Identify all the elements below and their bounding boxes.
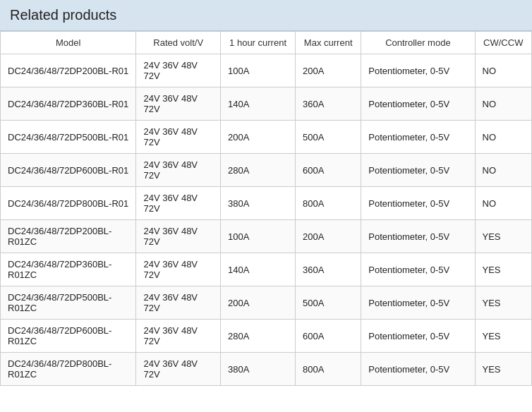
cell-cw-ccw: NO [475, 87, 531, 121]
table-row: DC24/36/48/72DP800BL-R0124V 36V 48V 72V3… [1, 187, 532, 220]
cell-controller-mode: Potentiometer, 0-5V [361, 353, 475, 386]
cell-max-current: 200A [296, 54, 361, 87]
table-row: DC24/36/48/72DP200BL-R01ZC24V 36V 48V 72… [1, 220, 532, 253]
cell-volt: 24V 36V 48V 72V [136, 187, 221, 220]
cell-controller-mode: Potentiometer, 0-5V [361, 220, 475, 253]
cell-max-current: 500A [296, 286, 361, 320]
cell-volt: 24V 36V 48V 72V [136, 253, 221, 286]
cell-model: DC24/36/48/72DP500BL-R01ZC [1, 286, 136, 320]
cell-model: DC24/36/48/72DP600BL-R01 [1, 154, 136, 187]
col-header-max: Max current [296, 32, 361, 54]
cell-controller-mode: Potentiometer, 0-5V [361, 187, 475, 220]
cell-model: DC24/36/48/72DP200BL-R01 [1, 54, 136, 87]
cell-model: DC24/36/48/72DP360BL-R01ZC [1, 253, 136, 286]
cell-max-current: 360A [296, 87, 361, 121]
cell-max-current: 800A [296, 353, 361, 386]
cell-model: DC24/36/48/72DP600BL-R01ZC [1, 320, 136, 353]
cell-model: DC24/36/48/72DP800BL-R01ZC [1, 353, 136, 386]
cell-controller-mode: Potentiometer, 0-5V [361, 87, 475, 121]
col-header-volt: Rated volt/V [136, 32, 221, 54]
cell-model: DC24/36/48/72DP500BL-R01 [1, 121, 136, 154]
table-row: DC24/36/48/72DP500BL-R01ZC24V 36V 48V 72… [1, 286, 532, 320]
table-row: DC24/36/48/72DP600BL-R0124V 36V 48V 72V2… [1, 154, 532, 187]
cell-cw-ccw: YES [475, 320, 531, 353]
section-header: Related products [0, 0, 532, 31]
cell-1h-current: 380A [221, 353, 296, 386]
cell-cw-ccw: YES [475, 220, 531, 253]
col-header-model: Model [1, 32, 136, 54]
cell-model: DC24/36/48/72DP800BL-R01 [1, 187, 136, 220]
cell-volt: 24V 36V 48V 72V [136, 286, 221, 320]
cell-cw-ccw: YES [475, 353, 531, 386]
cell-1h-current: 380A [221, 187, 296, 220]
cell-volt: 24V 36V 48V 72V [136, 121, 221, 154]
cell-controller-mode: Potentiometer, 0-5V [361, 286, 475, 320]
col-header-ctrl: Controller mode [361, 32, 475, 54]
table-wrapper: Model Rated volt/V 1 hour current Max cu… [0, 31, 532, 386]
page-container: Related products Model Rated volt/V 1 ho… [0, 0, 532, 386]
table-row: DC24/36/48/72DP360BL-R0124V 36V 48V 72V1… [1, 87, 532, 121]
cell-max-current: 800A [296, 187, 361, 220]
cell-volt: 24V 36V 48V 72V [136, 220, 221, 253]
cell-controller-mode: Potentiometer, 0-5V [361, 121, 475, 154]
cell-cw-ccw: NO [475, 154, 531, 187]
cell-model: DC24/36/48/72DP200BL-R01ZC [1, 220, 136, 253]
cell-cw-ccw: YES [475, 253, 531, 286]
cell-volt: 24V 36V 48V 72V [136, 320, 221, 353]
cell-cw-ccw: NO [475, 187, 531, 220]
cell-cw-ccw: NO [475, 54, 531, 87]
cell-controller-mode: Potentiometer, 0-5V [361, 253, 475, 286]
cell-max-current: 500A [296, 121, 361, 154]
table-header-row: Model Rated volt/V 1 hour current Max cu… [1, 32, 532, 54]
cell-1h-current: 140A [221, 253, 296, 286]
table-row: DC24/36/48/72DP500BL-R0124V 36V 48V 72V2… [1, 121, 532, 154]
cell-volt: 24V 36V 48V 72V [136, 154, 221, 187]
section-title: Related products [10, 7, 116, 23]
cell-max-current: 200A [296, 220, 361, 253]
cell-1h-current: 140A [221, 87, 296, 121]
cell-max-current: 360A [296, 253, 361, 286]
cell-volt: 24V 36V 48V 72V [136, 87, 221, 121]
table-row: DC24/36/48/72DP200BL-R0124V 36V 48V 72V1… [1, 54, 532, 87]
cell-model: DC24/36/48/72DP360BL-R01 [1, 87, 136, 121]
products-table: Model Rated volt/V 1 hour current Max cu… [0, 31, 532, 386]
cell-volt: 24V 36V 48V 72V [136, 353, 221, 386]
table-row: DC24/36/48/72DP360BL-R01ZC24V 36V 48V 72… [1, 253, 532, 286]
cell-controller-mode: Potentiometer, 0-5V [361, 320, 475, 353]
table-row: DC24/36/48/72DP800BL-R01ZC24V 36V 48V 72… [1, 353, 532, 386]
cell-volt: 24V 36V 48V 72V [136, 54, 221, 87]
cell-1h-current: 100A [221, 54, 296, 87]
cell-controller-mode: Potentiometer, 0-5V [361, 154, 475, 187]
cell-max-current: 600A [296, 320, 361, 353]
col-header-cw: CW/CCW [475, 32, 531, 54]
cell-1h-current: 280A [221, 320, 296, 353]
table-row: DC24/36/48/72DP600BL-R01ZC24V 36V 48V 72… [1, 320, 532, 353]
cell-1h-current: 200A [221, 286, 296, 320]
cell-cw-ccw: YES [475, 286, 531, 320]
cell-1h-current: 100A [221, 220, 296, 253]
col-header-1h: 1 hour current [221, 32, 296, 54]
cell-max-current: 600A [296, 154, 361, 187]
cell-controller-mode: Potentiometer, 0-5V [361, 54, 475, 87]
cell-1h-current: 280A [221, 154, 296, 187]
cell-1h-current: 200A [221, 121, 296, 154]
cell-cw-ccw: NO [475, 121, 531, 154]
table-body: DC24/36/48/72DP200BL-R0124V 36V 48V 72V1… [1, 54, 532, 386]
